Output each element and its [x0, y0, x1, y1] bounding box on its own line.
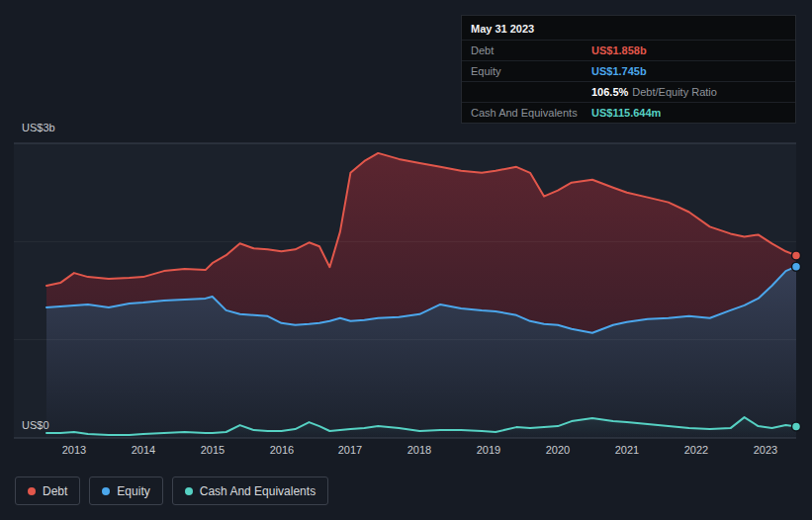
tooltip-debt-label: Debt [471, 44, 591, 56]
debt-equity-chart-page: US$3b US$0 20132014201520162017201820192… [0, 0, 812, 520]
tooltip-debt-value: US$1.858b [591, 44, 647, 56]
cash-legend-dot-icon [185, 487, 193, 495]
chart-legend: Debt Equity Cash And Equivalents [15, 477, 328, 505]
tooltip-ratio-row: 106.5% Debt/Equity Ratio [462, 81, 795, 102]
x-tick-label: 2019 [467, 444, 510, 456]
debt-end-marker [792, 251, 801, 260]
tooltip-equity-value: US$1.745b [591, 65, 647, 77]
debt-legend-dot-icon [28, 487, 36, 495]
legend-item-debt-label: Debt [43, 484, 67, 498]
equity-end-marker [792, 262, 801, 271]
x-axis: 2013201420152016201720182019202020212022… [0, 444, 812, 460]
legend-item-cash[interactable]: Cash And Equivalents [172, 477, 328, 505]
tooltip-cash-row: Cash And Equivalents US$115.644m [462, 102, 795, 123]
tooltip-cash-label: Cash And Equivalents [471, 107, 591, 119]
x-tick-label: 2016 [260, 444, 304, 456]
cash-and-equivalents-end-marker [792, 422, 801, 431]
y-axis-bottom-label: US$0 [22, 419, 49, 431]
x-tick-label: 2013 [52, 444, 96, 456]
x-tick-label: 2018 [398, 444, 441, 456]
x-tick-label: 2022 [675, 444, 718, 456]
x-tick-label: 2017 [328, 444, 372, 456]
tooltip-date: May 31 2023 [462, 16, 795, 40]
chart-tooltip: May 31 2023 Debt US$1.858b Equity US$1.7… [461, 15, 796, 124]
legend-item-debt[interactable]: Debt [15, 477, 80, 505]
x-tick-label: 2021 [605, 444, 649, 456]
x-tick-label: 2020 [536, 444, 580, 456]
y-axis-top-label: US$3b [22, 122, 55, 133]
legend-item-equity[interactable]: Equity [89, 477, 162, 505]
x-tick-label: 2023 [744, 444, 787, 456]
legend-item-cash-label: Cash And Equivalents [200, 484, 316, 498]
tooltip-equity-row: Equity US$1.745b [462, 60, 795, 81]
tooltip-debt-row: Debt US$1.858b [462, 40, 795, 60]
tooltip-ratio-label: Debt/Equity Ratio [632, 86, 717, 98]
x-tick-label: 2014 [122, 444, 165, 456]
equity-legend-dot-icon [102, 487, 110, 495]
x-tick-label: 2015 [191, 444, 234, 456]
tooltip-cash-value: US$115.644m [591, 107, 661, 119]
tooltip-equity-label: Equity [471, 65, 591, 77]
tooltip-ratio-percent: 106.5% [591, 86, 628, 98]
legend-item-equity-label: Equity [117, 484, 149, 498]
